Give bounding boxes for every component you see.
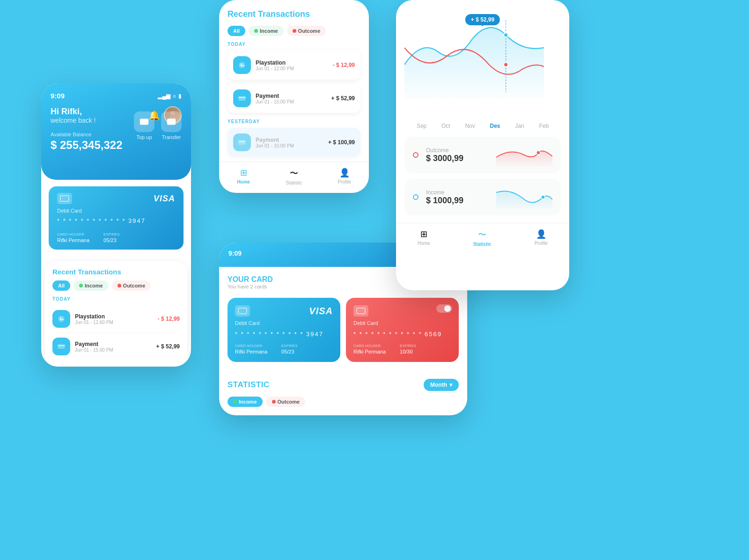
income-stat-card: Income $ 1000,99: [404, 179, 561, 215]
debit-card: VISA Debit Card * * * * * * * * * * * * …: [49, 186, 184, 250]
phone2-y-payment-icon: [233, 133, 251, 151]
expires-value: 05/23: [103, 237, 120, 243]
balance-amount: $ 255,345,322: [51, 139, 182, 152]
phone1-header: 9:09 ▂▄▆ ⌾ ▮ Hi Rifki, welcome back ! 🔔: [41, 83, 191, 180]
transfer-btn[interactable]: [161, 111, 182, 132]
income-outcome-tabs: Income Outcome: [228, 397, 459, 407]
phone2-y-pay-name: Payment: [256, 137, 323, 143]
quick-actions: Top up Transfer: [134, 111, 182, 140]
phone4-nav-statistic[interactable]: 〜 Statistic: [473, 229, 492, 247]
month-nov[interactable]: Nov: [465, 123, 475, 129]
phone3-outcome-dot: [272, 400, 276, 404]
card-brand: VISA: [154, 194, 175, 204]
transaction-playstation: Playstation Jun 01 - 12.60 PM - $ 12,99: [52, 305, 180, 333]
month-button[interactable]: Month ▾: [424, 379, 459, 391]
phone2-y-pay-date: Jun 01 - 15:00 PM: [256, 143, 323, 148]
topup-btn[interactable]: [134, 111, 154, 132]
svg-point-11: [504, 63, 508, 67]
transactions-title: Recent Transactions: [52, 268, 180, 276]
blue-card-chip: [235, 305, 250, 317]
phone2-nav-statistic[interactable]: 〜 Statistic: [286, 168, 302, 185]
phone4-profile-label: Profile: [535, 241, 548, 246]
phone2-income-label: Income: [260, 28, 278, 34]
phone2-ps-name: Playstation: [256, 59, 328, 66]
svg-point-10: [504, 33, 508, 37]
statistic-nav-label: Statistic: [286, 180, 302, 185]
svg-point-12: [536, 151, 540, 155]
phone2-filter-outcome[interactable]: Outcome: [287, 26, 326, 36]
phone2-outcome-dot: [293, 29, 296, 33]
phone2-nav-profile[interactable]: 👤 Profile: [338, 168, 351, 185]
blue-expires-val: 05/23: [281, 349, 298, 354]
blue-holder-label: CARD HOLDER: [235, 344, 262, 348]
phone2-tx-payment: Payment Jun 01 - 15:00 PM + $ 52,99: [228, 84, 360, 113]
filter-all[interactable]: All: [52, 280, 70, 291]
phone2-bottom-nav: ⊞ Home 〜 Statistic 👤 Profile: [219, 162, 369, 193]
phone4-nav-profile[interactable]: 👤 Profile: [535, 229, 548, 247]
payment-amount: + $ 52,99: [156, 343, 180, 350]
blue-card-holder: CARD HOLDER Rifki Permana: [235, 340, 267, 354]
phone2-nav-home[interactable]: ⊞ Home: [237, 168, 250, 185]
phone2-filter-all[interactable]: All: [228, 26, 245, 36]
statistic-header: STATISTIC Month ▾: [228, 379, 459, 391]
phone2-tx-playstation: Playstation Jun 01 - 12:00 PM - $ 12,99: [228, 51, 360, 80]
phone4-statistic-label: Statistic: [473, 242, 492, 247]
transfer-action[interactable]: Transfer: [161, 111, 182, 140]
month-feb[interactable]: Feb: [539, 123, 549, 129]
income-type: Income: [426, 189, 489, 196]
month-sep[interactable]: Sep: [417, 123, 426, 129]
blue-card-brand: VISA: [309, 306, 333, 317]
phone2-tx-yesterday: Payment Jun 01 - 15:00 PM + $ 100,99: [228, 128, 360, 157]
your-card-title: YOUR CARD: [228, 275, 273, 284]
phone3-outcome-tab[interactable]: Outcome: [266, 397, 306, 407]
income-value: $ 1000,99: [426, 196, 489, 206]
transactions-section: Recent Transactions All Income Outcome T…: [45, 261, 187, 367]
phone2-outcome-label: Outcome: [298, 28, 321, 34]
outcome-stat-info: Outcome $ 3000,99: [426, 147, 489, 163]
outcome-stat-card: Outcome $ 3000,99: [404, 137, 561, 173]
phone3-income-dot: [233, 400, 237, 404]
playstation-date: Jun 01 - 12.60 PM: [75, 320, 153, 325]
card-number: * * * * * * * * * * * * 3947: [57, 217, 175, 224]
profile-nav-label: Profile: [338, 179, 351, 184]
statistic-title: STATISTIC: [228, 380, 270, 390]
your-card-info: YOUR CARD You have 2 cards: [228, 275, 273, 289]
greeting-text: Hi Rifki, welcome back !: [51, 107, 95, 124]
card-blue: VISA Debit Card * * * * * * * * * * * * …: [228, 298, 340, 362]
month-des[interactable]: Des: [490, 123, 500, 129]
card-dot-2: [117, 255, 121, 258]
filter-outcome[interactable]: Outcome: [112, 280, 151, 291]
topup-action[interactable]: Top up: [134, 111, 154, 140]
income-mini-chart: [496, 185, 552, 209]
phone3-income-tab[interactable]: Income: [228, 397, 263, 407]
month-jan[interactable]: Jan: [515, 123, 524, 129]
card-toggle[interactable]: [436, 304, 452, 313]
phone2-filter-income[interactable]: Income: [249, 26, 284, 36]
chart-tooltip: + $ 52,99: [465, 14, 500, 25]
month-oct[interactable]: Oct: [441, 123, 450, 129]
phone4-bottom-nav: ⊞ Home 〜 Statistic 👤 Profile: [396, 223, 569, 254]
phone2-pay-name: Payment: [256, 93, 327, 99]
outcome-mini-chart: [496, 143, 552, 167]
phone2-ps-date: Jun 01 - 12:00 PM: [256, 66, 328, 71]
battery-icon: ▮: [178, 93, 182, 99]
card-dots: [49, 255, 184, 258]
phone2-payment-icon: [233, 89, 251, 107]
chart-area: + $ 52,99: [404, 9, 561, 117]
filter-income[interactable]: Income: [73, 280, 109, 291]
phone2-income-dot: [254, 29, 258, 33]
phone4-nav-home[interactable]: ⊞ Home: [418, 229, 430, 247]
phone2-filter-tabs: All Income Outcome: [228, 26, 360, 36]
phone2-ps-details: Playstation Jun 01 - 12:00 PM: [256, 59, 328, 71]
chart-months: Sep Oct Nov Des Jan Feb: [404, 123, 561, 129]
phone3-outcome-label: Outcome: [278, 399, 300, 405]
holder-value: Rifki Permana: [57, 237, 89, 243]
phone2-pay-amount: + $ 52,99: [331, 95, 355, 102]
phone4-statistic-icon: 〜: [478, 229, 486, 240]
filter-tabs: All Income Outcome: [52, 280, 180, 291]
card-section: VISA Debit Card * * * * * * * * * * * * …: [41, 180, 191, 258]
playstation-amount: - $ 12,99: [158, 316, 180, 322]
phone1-time: 9:09: [51, 92, 65, 100]
card-dot-1: [112, 255, 115, 258]
payment-icon: [52, 338, 70, 355]
